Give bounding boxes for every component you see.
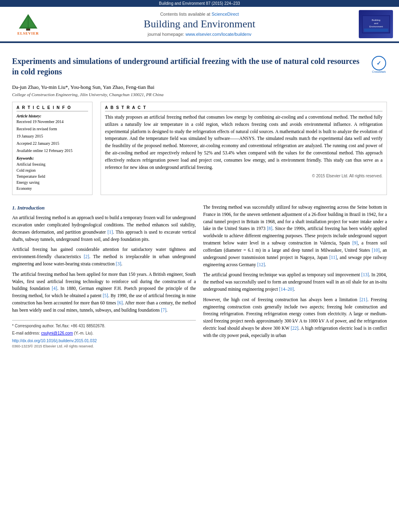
copyright-line: © 2015 Elsevier Ltd. All rights reserved… [105,174,383,178]
issn-line: 0360-1323/© 2015 Elsevier Ltd. All right… [12,344,196,349]
svg-text:Building: Building [372,19,380,21]
ref-5-link[interactable]: [5] [103,293,108,298]
journal-title: Building and Environment [50,18,349,30]
journal-center: Contents lists available at ScienceDirec… [50,12,349,37]
journal-volume-text: Building and Environment 87 (2015) 224–2… [159,1,240,6]
journal-volume-bar: Building and Environment 87 (2015) 224–2… [0,0,399,7]
body-section: 1. Introduction An artificial freezing m… [12,204,387,349]
journal-homepage-link[interactable]: www.elsevier.com/locate/buildenv [185,32,251,37]
intro-right-para-2: The artificial ground freezing technique… [203,271,387,293]
ref-2-link[interactable]: [2] [84,254,89,259]
ref-7-link[interactable]: [7] [161,308,166,312]
contents-line: Contents lists available at ScienceDirec… [50,12,349,16]
abstract-text: This study proposes an artificial freezi… [105,114,383,171]
header-divider [0,42,399,43]
intro-right-para-3: However, the high cost of freezing const… [203,296,387,339]
journal-cover-svg: Building and Environment [362,15,390,33]
intro-section-title: 1. Introduction [12,204,196,212]
elsevier-logo: ELSEVIER [10,13,46,35]
available-date: Available online 12 February 2015 [16,148,88,154]
keyword-2: Cold region [16,167,88,173]
ref-4-link[interactable]: [4] [52,286,57,291]
ref-3-link[interactable]: [3] [116,261,121,266]
ref-12-link[interactable]: [12] [257,262,265,267]
intro-para-2: Artificial freezing has gained considera… [12,246,196,267]
email-line: E-mail address: csulyni@126.com (Y.-m. L… [12,330,196,337]
revised-date: 19 January 2015 [16,134,88,139]
intro-para-3: The artificial freezing method has been … [12,271,196,314]
received-revised-label: Received in revised form [16,126,88,132]
ref-8-link[interactable]: [8] [267,226,272,231]
received-date: Received 19 November 2014 [16,119,88,125]
keyword-5: Economy [16,185,88,191]
journal-cover-box: Building and Environment [359,10,393,38]
abstract-column: A B S T R A C T This study proposes an a… [101,102,387,195]
doi-link[interactable]: http://dx.doi.org/10.1016/j.buildenv.201… [12,338,196,344]
ref-13-link[interactable]: [13] [361,272,369,277]
journal-header: ELSEVIER Contents lists available at Sci… [0,7,399,42]
keyword-1: Artificial freezing [16,161,88,167]
intro-para-1: An artificial freezing method is an appr… [12,214,196,243]
sciencedirect-link[interactable]: ScienceDirect [212,12,239,16]
journal-cover-image: Building and Environment [349,10,393,38]
elsevier-logo-area: ELSEVIER [6,13,50,35]
article-info-header: A R T I C L E I N F O [16,105,88,111]
ref-6-link[interactable]: [6] [117,300,123,305]
history-label: Article history: [16,114,88,118]
keyword-3: Temperature field [16,173,88,179]
ref-14-20-link[interactable]: [14–20] [279,287,294,292]
ref-1-link[interactable]: [1] [107,230,113,234]
elsevier-text: ELSEVIER [17,31,39,35]
ref-11-link[interactable]: [11] [329,255,337,260]
svg-rect-9 [364,29,388,32]
svg-text:Environment: Environment [369,25,383,28]
paper-title-section: Experiments and simulations of undergrou… [12,56,387,80]
email-label: E-mail address: [12,331,40,335]
article-info-column: A R T I C L E I N F O Article history: R… [12,102,93,195]
paper-title: Experiments and simulations of undergrou… [12,56,365,77]
accepted-date: Accepted 22 January 2015 [16,141,88,146]
paper-content: Experiments and simulations of undergrou… [0,48,399,357]
svg-text:and: and [374,22,378,25]
ref-10-link[interactable]: [10] [372,248,380,253]
elsevier-tree-icon [14,13,42,31]
body-left-column: 1. Introduction An artificial freezing m… [12,204,196,349]
abstract-header: A B S T R A C T [105,105,383,111]
affiliation: College of Construction Engineering, Jil… [12,92,387,97]
journal-homepage: journal homepage: www.elsevier.com/locat… [50,32,349,37]
keyword-4: Energy saving [16,179,88,185]
email-link[interactable]: csulyni@126.com [41,331,73,335]
crossmark-icon: ✓ [372,56,386,70]
paper-footer: * Corresponding author. Tel./fax: +86 43… [12,320,196,349]
ref-21-link[interactable]: [21] [360,297,367,302]
ref-9-link[interactable]: [9] [352,240,358,245]
body-right-column: The freezing method was successfully uti… [203,204,387,349]
crossmark-label: CrossMark [372,70,386,73]
email-name: (Y.-m. Liu). [74,331,93,335]
ref-22-link[interactable]: [22] [291,326,298,331]
intro-right-para-1: The freezing method was successfully uti… [203,204,387,268]
crossmark-badge: ✓ CrossMark [371,56,387,73]
info-abstract-section: A R T I C L E I N F O Article history: R… [12,102,387,195]
authors-line: Da-jun Zhao, Yu-min Liu*, You-hong Sun, … [12,84,387,90]
keywords-label: Keywords: [16,156,88,160]
corresponding-author: * Corresponding author. Tel./fax: +86 43… [12,323,196,329]
